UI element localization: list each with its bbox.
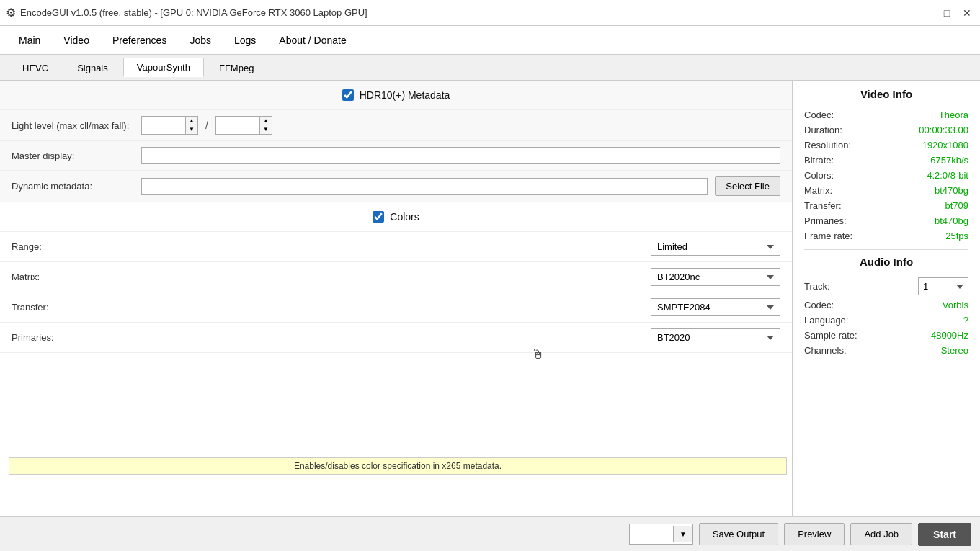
menu-logs[interactable]: Logs (224, 30, 266, 50)
video-primaries-row: Primaries: bt470bg (804, 213, 968, 228)
video-codec-row: Codec: Theora (804, 107, 968, 122)
video-colors-value: 4:2:0/8-bit (927, 170, 968, 181)
menu-about[interactable]: About / Donate (269, 30, 356, 50)
audio-samplerate-value: 48000Hz (931, 330, 968, 341)
light-level-cll-input[interactable]: 1000 (142, 118, 185, 133)
app-icon: ⚙ (6, 6, 16, 19)
primaries-label: Primaries: (12, 332, 69, 343)
light-level-fall-up[interactable]: ▲ (260, 117, 272, 125)
video-colors-label: Colors: (804, 170, 834, 181)
subtab-ffmpeg[interactable]: FFMpeg (205, 58, 267, 77)
video-duration-label: Duration: (804, 125, 842, 135)
video-matrix-value: bt470bg (935, 185, 968, 196)
light-level-cll-up[interactable]: ▲ (186, 117, 197, 125)
output-format-dropdown[interactable]: ▼ (673, 526, 692, 542)
audio-language-row: Language: ? (804, 313, 968, 328)
start-button[interactable]: Start (918, 523, 971, 546)
hdr-metadata-section: HDR10(+) Metadata (0, 81, 792, 110)
transfer-select[interactable]: SMPTE2084 BT709 BT601 (651, 298, 780, 316)
audio-codec-label: Codec: (804, 300, 834, 310)
menu-jobs[interactable]: Jobs (179, 30, 221, 50)
app-title: EncodeGUI v1.0.5 (free, stable) - [GPU 0… (20, 7, 368, 18)
light-level-row: Light level (max cll/max fall): 1000 ▲ ▼… (0, 110, 792, 141)
video-info-title: Video Info (804, 88, 968, 100)
output-format-input[interactable]: .mp4 (630, 524, 673, 544)
audio-codec-value: Vorbis (943, 300, 968, 310)
audio-samplerate-label: Sample rate: (804, 330, 858, 341)
title-bar: ⚙ EncodeGUI v1.0.5 (free, stable) - [GPU… (0, 0, 980, 26)
video-transfer-label: Transfer: (804, 200, 842, 211)
matrix-select[interactable]: BT2020nc BT709 BT601 (651, 268, 780, 286)
audio-samplerate-row: Sample rate: 48000Hz (804, 328, 968, 343)
video-codec-label: Codec: (804, 109, 834, 120)
menu-preferences[interactable]: Preferences (102, 30, 177, 50)
video-transfer-value: bt709 (945, 200, 968, 211)
preview-button[interactable]: Preview (784, 523, 845, 545)
audio-channels-row: Channels: Stereo (804, 343, 968, 358)
video-resolution-value: 1920x1080 (922, 140, 968, 151)
light-level-fall-spinbox: 1 ▲ ▼ (215, 116, 272, 135)
info-separator (804, 249, 968, 250)
video-resolution-label: Resolution: (804, 140, 851, 151)
matrix-row: Matrix: BT2020nc BT709 BT601 ✓ (0, 262, 792, 292)
video-resolution-row: Resolution: 1920x1080 (804, 138, 968, 153)
audio-track-select[interactable]: 1 2 (918, 277, 968, 295)
primaries-select-container: BT2020 BT709 BT601 (432, 328, 781, 346)
transfer-label: Transfer: (12, 302, 69, 313)
subtab-signals[interactable]: Signals (63, 58, 122, 77)
video-primaries-value: bt470bg (935, 215, 968, 226)
video-bitrate-row: Bitrate: 6757kb/s (804, 153, 968, 168)
dynamic-metadata-row: Dynamic metadata: Select File (0, 171, 792, 202)
light-level-cll-down[interactable]: ▼ (186, 125, 197, 134)
light-level-fall-input[interactable]: 1 (216, 118, 259, 133)
menu-video[interactable]: Video (53, 30, 99, 50)
matrix-select-container: BT2020nc BT709 BT601 (432, 268, 781, 286)
primaries-select[interactable]: BT2020 BT709 BT601 (651, 328, 780, 346)
master-display-input[interactable]: G(13250,34500)B(7500,3000)R(34000,16000)… (141, 147, 780, 164)
video-codec-value: Theora (939, 109, 968, 120)
audio-channels-value: Stereo (941, 345, 968, 356)
colors-checkbox[interactable] (373, 211, 384, 223)
save-output-button[interactable]: Save Output (699, 523, 778, 545)
video-matrix-label: Matrix: (804, 185, 832, 196)
audio-language-value: ? (963, 315, 968, 326)
subtab-vapoursynth[interactable]: VapourSynth (123, 58, 204, 77)
range-select[interactable]: Limited Full (651, 238, 780, 256)
menu-main[interactable]: Main (9, 30, 50, 50)
transfer-select-container: SMPTE2084 BT709 BT601 (432, 298, 781, 316)
video-info-section: Video Info Codec: Theora Duration: 00:00… (804, 88, 968, 243)
light-level-cll-spinbox: 1000 ▲ ▼ (141, 116, 198, 135)
video-framerate-row: Frame rate: 25fps (804, 228, 968, 243)
video-framerate-value: 25fps (945, 230, 968, 241)
video-transfer-row: Transfer: bt709 (804, 198, 968, 213)
tooltip-bar: Enables/disables color specification in … (9, 457, 787, 475)
select-file-button[interactable]: Select File (715, 176, 780, 196)
hdr-metadata-label[interactable]: HDR10(+) Metadata (360, 89, 450, 101)
audio-track-label: Track: (804, 281, 830, 292)
bottom-bar: .mp4 ▼ Save Output Preview Add Job Start (0, 516, 980, 551)
colors-label[interactable]: Colors (390, 211, 419, 223)
video-duration-row: Duration: 00:00:33.00 (804, 122, 968, 138)
primaries-row: Primaries: BT2020 BT709 BT601 (0, 323, 792, 353)
master-display-label: Master display: (12, 151, 134, 161)
range-select-container: Limited Full (432, 238, 781, 256)
dynamic-metadata-input[interactable] (141, 178, 708, 195)
output-format-group: .mp4 ▼ (629, 524, 693, 545)
hdr-metadata-checkbox[interactable] (342, 89, 354, 101)
transfer-row: Transfer: SMPTE2084 BT709 BT601 ✓ (0, 292, 792, 323)
audio-info-section: Audio Info Track: 1 2 Codec: Vorbis Lang… (804, 256, 968, 358)
minimize-button[interactable]: — (919, 6, 934, 20)
video-matrix-row: Matrix: bt470bg (804, 183, 968, 198)
light-level-divider: / (205, 120, 208, 131)
dynamic-metadata-label: Dynamic metadata: (12, 181, 134, 192)
audio-language-label: Language: (804, 315, 848, 326)
maximize-button[interactable]: □ (940, 6, 954, 20)
right-panel: Video Info Codec: Theora Duration: 00:00… (793, 81, 980, 516)
close-button[interactable]: ✕ (960, 6, 974, 20)
subtab-hevc[interactable]: HEVC (9, 58, 62, 77)
light-level-fall-down[interactable]: ▼ (260, 125, 272, 134)
add-job-button[interactable]: Add Job (850, 523, 912, 545)
audio-channels-label: Channels: (804, 345, 847, 356)
subtab-bar: HEVC Signals VapourSynth FFMpeg (0, 55, 980, 81)
content-area: HDR10(+) Metadata Light level (max cll/m… (0, 81, 793, 516)
